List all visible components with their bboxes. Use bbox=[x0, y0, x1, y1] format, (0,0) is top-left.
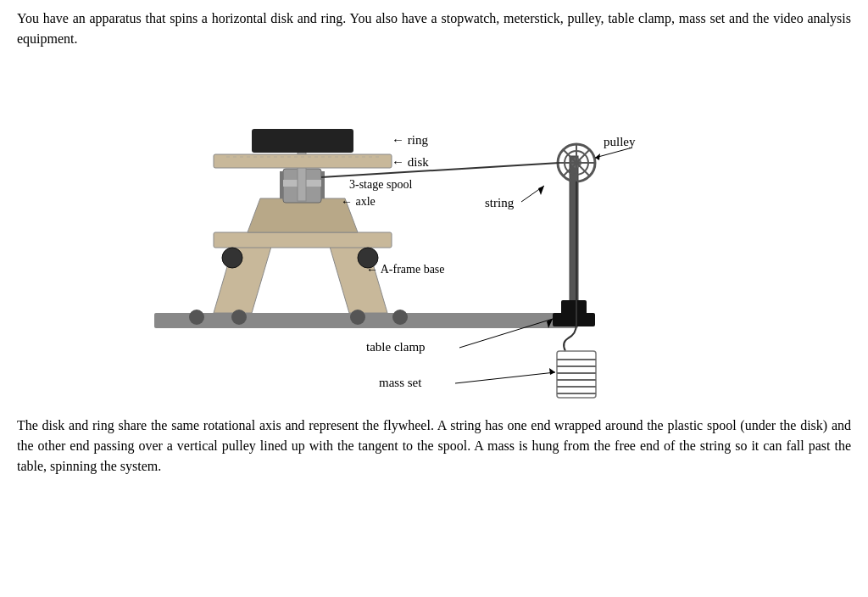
svg-point-6 bbox=[231, 310, 247, 325]
svg-marker-54 bbox=[549, 368, 555, 375]
svg-rect-18 bbox=[252, 129, 353, 153]
svg-text:← ring: ← ring bbox=[392, 133, 428, 147]
diagram: ← ring ← disk 3-stage spool ← axle ← A-f… bbox=[103, 63, 765, 402]
svg-text:string: string bbox=[485, 196, 515, 209]
svg-text:mass set: mass set bbox=[379, 376, 422, 389]
svg-point-8 bbox=[392, 310, 408, 325]
svg-rect-21 bbox=[561, 300, 587, 317]
outro-paragraph: The disk and ring share the same rotatio… bbox=[17, 416, 851, 477]
svg-text:3-stage spool: 3-stage spool bbox=[349, 178, 412, 191]
svg-rect-31 bbox=[557, 351, 596, 398]
svg-rect-3 bbox=[214, 232, 392, 248]
intro-paragraph: You have an apparatus that spins a horiz… bbox=[17, 8, 851, 49]
svg-text:← disk: ← disk bbox=[392, 155, 429, 169]
svg-point-7 bbox=[350, 310, 365, 325]
svg-rect-12 bbox=[280, 171, 283, 198]
svg-marker-48 bbox=[538, 186, 544, 195]
svg-text:pulley: pulley bbox=[604, 135, 636, 148]
svg-marker-2 bbox=[328, 241, 387, 313]
svg-rect-13 bbox=[321, 171, 325, 198]
svg-marker-1 bbox=[214, 241, 273, 313]
svg-point-5 bbox=[189, 310, 204, 325]
svg-text:← A-frame base: ← A-frame base bbox=[366, 263, 445, 276]
svg-rect-0 bbox=[154, 313, 578, 328]
svg-rect-16 bbox=[214, 154, 392, 168]
svg-line-44 bbox=[595, 148, 632, 158]
svg-text:← axle: ← axle bbox=[341, 195, 376, 208]
svg-line-53 bbox=[455, 372, 555, 383]
svg-point-9 bbox=[222, 248, 242, 268]
svg-text:table clamp: table clamp bbox=[366, 340, 426, 354]
